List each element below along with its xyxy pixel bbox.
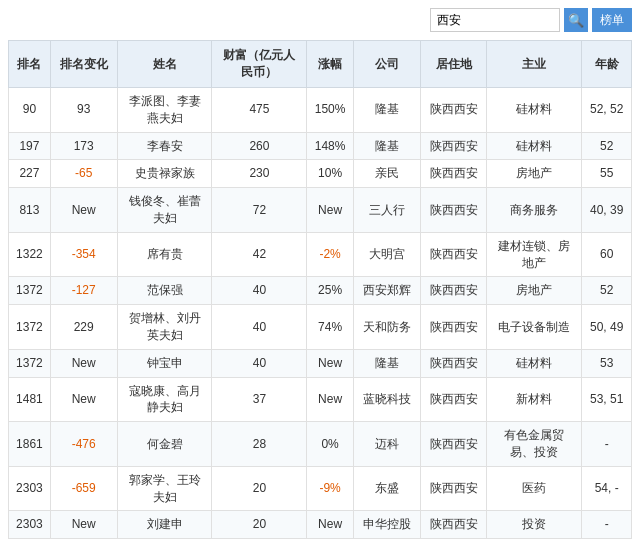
table-cell: 隆基 [353, 349, 420, 377]
table-row: 1322-354席有贵42-2%大明宫陕西西安建材连锁、房 地产60 [9, 232, 632, 277]
table-cell: New [307, 511, 354, 539]
table-cell: 813 [9, 188, 51, 233]
table-header-row: 排名 排名变化 姓名 财富（亿元人 民币） 涨幅 公司 居住地 主业 年龄 [9, 41, 632, 88]
table-cell: -9% [307, 466, 354, 511]
table-cell: 10% [307, 160, 354, 188]
table-cell: 90 [9, 88, 51, 133]
table-cell: 何金碧 [117, 422, 212, 467]
search-input[interactable] [430, 8, 560, 32]
col-name: 姓名 [117, 41, 212, 88]
table-cell: 40 [212, 277, 307, 305]
table-cell: 亲民 [353, 160, 420, 188]
table-row: 813New钱俊冬、崔蕾 夫妇72New三人行陕西西安商务服务40, 39 [9, 188, 632, 233]
search-button[interactable]: 🔍 [564, 8, 588, 32]
table-cell: 西安郑辉 [353, 277, 420, 305]
table-cell: 史贵禄家族 [117, 160, 212, 188]
table-cell: -127 [50, 277, 117, 305]
table-cell: 陕西西安 [420, 377, 487, 422]
table-cell: 52, 52 [582, 88, 632, 133]
table-cell: 寇晓康、高月 静夫妇 [117, 377, 212, 422]
table-cell: 硅材料 [487, 88, 582, 133]
table-cell: 74% [307, 305, 354, 350]
table-cell: -476 [50, 422, 117, 467]
table-row: 2303New刘建申20New申华控股陕西西安投资- [9, 511, 632, 539]
page-container: 🔍 榜单 排名 排名变化 姓名 财富（亿元人 民币） 涨幅 公司 居住地 主业 … [0, 0, 640, 545]
table-cell: 房地产 [487, 277, 582, 305]
table-cell: 东盛 [353, 466, 420, 511]
table-cell: 硅材料 [487, 132, 582, 160]
table-cell: 陕西西安 [420, 277, 487, 305]
table-cell: 72 [212, 188, 307, 233]
table-cell: New [307, 188, 354, 233]
table-cell: New [307, 377, 354, 422]
table-cell: New [50, 349, 117, 377]
list-button[interactable]: 榜单 [592, 8, 632, 32]
table-cell: 李春安 [117, 132, 212, 160]
table-cell: 227 [9, 160, 51, 188]
table-cell: 陕西西安 [420, 232, 487, 277]
table-row: 227-65史贵禄家族23010%亲民陕西西安房地产55 [9, 160, 632, 188]
table-cell: New [307, 349, 354, 377]
table-cell: 150% [307, 88, 354, 133]
table-cell: 建材连锁、房 地产 [487, 232, 582, 277]
search-icon: 🔍 [568, 13, 584, 28]
table-cell: -65 [50, 160, 117, 188]
col-growth: 涨幅 [307, 41, 354, 88]
table-cell: 20 [212, 466, 307, 511]
table-cell: 隆基 [353, 88, 420, 133]
table-cell: 60 [582, 232, 632, 277]
table-cell: 电子设备制造 [487, 305, 582, 350]
col-industry: 主业 [487, 41, 582, 88]
table-cell: 医药 [487, 466, 582, 511]
table-row: 9093李派图、李妻 燕夫妇475150%隆基陕西西安硅材料52, 52 [9, 88, 632, 133]
col-age: 年龄 [582, 41, 632, 88]
table-cell: 钟宝申 [117, 349, 212, 377]
col-change: 排名变化 [50, 41, 117, 88]
table-cell: 55 [582, 160, 632, 188]
table-cell: 陕西西安 [420, 160, 487, 188]
table-cell: 1322 [9, 232, 51, 277]
table-cell: 迈科 [353, 422, 420, 467]
table-row: 197173李春安260148%隆基陕西西安硅材料52 [9, 132, 632, 160]
table-cell: 0% [307, 422, 354, 467]
table-cell: 52 [582, 132, 632, 160]
table-cell: 2303 [9, 466, 51, 511]
table-cell: 37 [212, 377, 307, 422]
table-cell: 28 [212, 422, 307, 467]
col-wealth: 财富（亿元人 民币） [212, 41, 307, 88]
table-cell: 投资 [487, 511, 582, 539]
search-bar: 🔍 榜单 [8, 8, 632, 32]
table-cell: 173 [50, 132, 117, 160]
table-cell: 230 [212, 160, 307, 188]
table-cell: New [50, 511, 117, 539]
table-cell: 1861 [9, 422, 51, 467]
table-cell: 贺增林、刘丹 英夫妇 [117, 305, 212, 350]
table-cell: 40, 39 [582, 188, 632, 233]
table-cell: 陕西西安 [420, 188, 487, 233]
table-cell: 陕西西安 [420, 132, 487, 160]
table-cell: - [582, 422, 632, 467]
table-cell: 93 [50, 88, 117, 133]
table-cell: 硅材料 [487, 349, 582, 377]
table-cell: 40 [212, 349, 307, 377]
table-cell: 范保强 [117, 277, 212, 305]
table-cell: 陕西西安 [420, 349, 487, 377]
table-cell: 53 [582, 349, 632, 377]
table-cell: 148% [307, 132, 354, 160]
table-cell: 大明宫 [353, 232, 420, 277]
table-cell: 陕西西安 [420, 466, 487, 511]
table-cell: 260 [212, 132, 307, 160]
table-cell: 席有贵 [117, 232, 212, 277]
col-residence: 居住地 [420, 41, 487, 88]
table-row: 1372New钟宝申40New隆基陕西西安硅材料53 [9, 349, 632, 377]
table-cell: 2303 [9, 511, 51, 539]
table-cell: 三人行 [353, 188, 420, 233]
table-cell: 商务服务 [487, 188, 582, 233]
rich-list-table: 排名 排名变化 姓名 财富（亿元人 民币） 涨幅 公司 居住地 主业 年龄 90… [8, 40, 632, 539]
table-cell: 隆基 [353, 132, 420, 160]
col-company: 公司 [353, 41, 420, 88]
table-cell: 40 [212, 305, 307, 350]
table-cell: New [50, 188, 117, 233]
table-cell: 229 [50, 305, 117, 350]
table-cell: 54, - [582, 466, 632, 511]
